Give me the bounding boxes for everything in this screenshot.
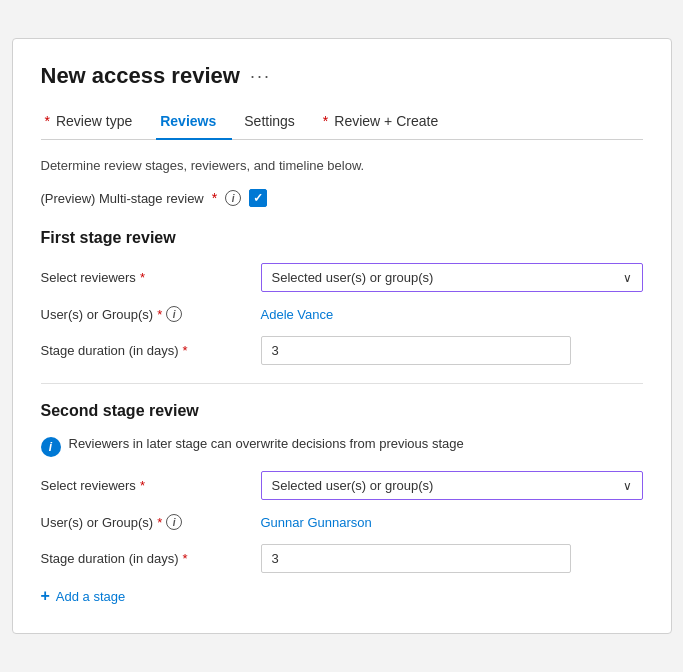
multistage-checkbox[interactable] (249, 189, 267, 207)
second-stage-users-row: User(s) or Group(s) * i Gunnar Gunnarson (41, 514, 643, 530)
info-banner-text: Reviewers in later stage can overwrite d… (69, 436, 464, 451)
multistage-info-icon[interactable]: i (225, 190, 241, 206)
required-star-review-type: * (45, 113, 50, 129)
second-stage-duration-star: * (183, 551, 188, 566)
multistage-row: (Preview) Multi-stage review * i (41, 189, 643, 207)
second-stage-reviewers-value: Selected user(s) or group(s) ∨ (261, 471, 643, 500)
first-stage-users-row: User(s) or Group(s) * i Adele Vance (41, 306, 643, 322)
first-stage-section: First stage review Select reviewers * Se… (41, 229, 643, 365)
tab-reviews[interactable]: Reviews (156, 105, 232, 139)
second-stage-reviewers-dropdown[interactable]: Selected user(s) or group(s) ∨ (261, 471, 643, 500)
add-stage-button[interactable]: + Add a stage (41, 587, 643, 605)
page-title: New access review (41, 63, 240, 89)
second-stage-info-banner: i Reviewers in later stage can overwrite… (41, 436, 643, 457)
first-stage-duration-value (261, 336, 643, 365)
second-stage-duration-row: Stage duration (in days) * (41, 544, 643, 573)
add-stage-label: Add a stage (56, 589, 125, 604)
second-stage-users-value: Gunnar Gunnarson (261, 514, 643, 530)
first-stage-reviewers-row: Select reviewers * Selected user(s) or g… (41, 263, 643, 292)
tab-review-create-label: Review + Create (334, 113, 438, 129)
first-stage-reviewers-dropdown[interactable]: Selected user(s) or group(s) ∨ (261, 263, 643, 292)
tab-settings-label: Settings (244, 113, 295, 129)
first-stage-duration-star: * (183, 343, 188, 358)
first-stage-reviewers-chevron-icon: ∨ (623, 271, 632, 285)
more-options-icon[interactable]: ··· (250, 66, 271, 87)
second-stage-reviewers-row: Select reviewers * Selected user(s) or g… (41, 471, 643, 500)
first-stage-duration-row: Stage duration (in days) * (41, 336, 643, 365)
first-stage-user-link[interactable]: Adele Vance (261, 307, 334, 322)
second-stage-title: Second stage review (41, 402, 643, 420)
first-stage-title: First stage review (41, 229, 643, 247)
tab-reviews-label: Reviews (160, 113, 216, 129)
second-stage-section: Second stage review i Reviewers in later… (41, 402, 643, 573)
second-stage-reviewers-label: Select reviewers * (41, 478, 261, 493)
tab-review-type[interactable]: * Review type (41, 105, 149, 139)
first-stage-duration-input[interactable] (261, 336, 571, 365)
second-stage-users-info-icon[interactable]: i (166, 514, 182, 530)
second-stage-duration-input[interactable] (261, 544, 571, 573)
second-stage-users-label: User(s) or Group(s) * i (41, 514, 261, 530)
first-stage-users-info-icon[interactable]: i (166, 306, 182, 322)
divider-1 (41, 383, 643, 384)
second-stage-duration-value (261, 544, 643, 573)
first-stage-reviewers-dropdown-value: Selected user(s) or group(s) (272, 270, 434, 285)
tab-review-type-label: Review type (56, 113, 132, 129)
subtitle: Determine review stages, reviewers, and … (41, 158, 643, 173)
first-stage-users-label: User(s) or Group(s) * i (41, 306, 261, 322)
first-stage-users-star: * (157, 307, 162, 322)
first-stage-reviewers-star: * (140, 270, 145, 285)
tab-review-create[interactable]: * Review + Create (319, 105, 454, 139)
second-stage-reviewers-star: * (140, 478, 145, 493)
info-circle-icon: i (41, 437, 61, 457)
add-stage-icon: + (41, 587, 50, 605)
page-header: New access review ··· (41, 63, 643, 89)
first-stage-duration-label: Stage duration (in days) * (41, 343, 261, 358)
first-stage-users-value: Adele Vance (261, 306, 643, 322)
nav-tabs: * Review type Reviews Settings * Review … (41, 105, 643, 140)
second-stage-duration-label: Stage duration (in days) * (41, 551, 261, 566)
required-star-review-create: * (323, 113, 328, 129)
first-stage-reviewers-label: Select reviewers * (41, 270, 261, 285)
second-stage-reviewers-dropdown-value: Selected user(s) or group(s) (272, 478, 434, 493)
second-stage-user-link[interactable]: Gunnar Gunnarson (261, 515, 372, 530)
multistage-required-star: * (212, 190, 217, 206)
second-stage-users-star: * (157, 515, 162, 530)
second-stage-reviewers-chevron-icon: ∨ (623, 479, 632, 493)
multistage-label: (Preview) Multi-stage review (41, 191, 204, 206)
access-review-card: New access review ··· * Review type Revi… (12, 38, 672, 634)
first-stage-reviewers-value: Selected user(s) or group(s) ∨ (261, 263, 643, 292)
tab-settings[interactable]: Settings (240, 105, 311, 139)
